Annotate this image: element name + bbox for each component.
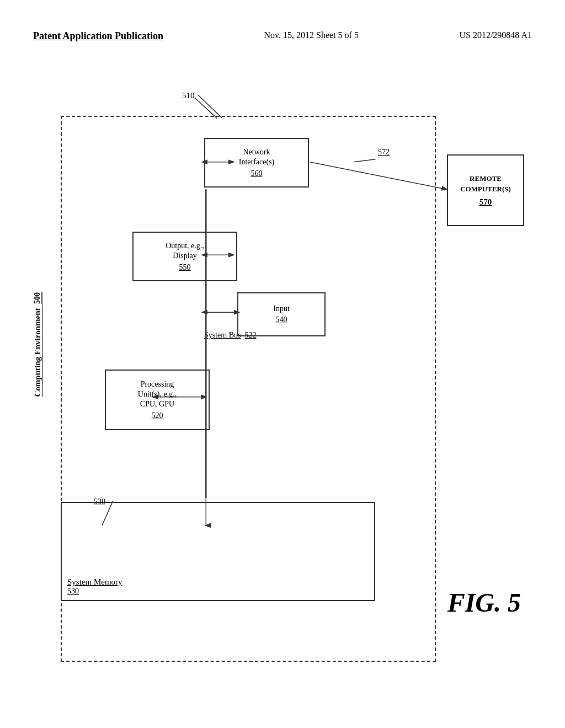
computing-environment-label: Computing Environment 500: [33, 292, 42, 397]
memory-label: System Memory: [67, 577, 122, 587]
figure-label: FIG. 5: [447, 587, 521, 618]
box-remote-computer: REMOTECOMPUTER(S) 570: [447, 154, 524, 226]
ref-572: 572: [378, 148, 390, 157]
memory-ref: 530: [67, 587, 79, 596]
system-bus-label: System Bus 522: [204, 331, 257, 340]
svg-line-0: [198, 95, 222, 119]
box-input: Input 540: [237, 292, 326, 336]
ref-510: 510: [182, 91, 195, 100]
remote-label: REMOTECOMPUTER(S): [460, 174, 511, 194]
diagram-area: Computing Environment 500 510 NetworkInt…: [33, 83, 532, 684]
sheet-info: Nov. 15, 2012 Sheet 5 of 5: [264, 30, 359, 40]
svg-line-10: [195, 98, 217, 119]
network-label: NetworkInterface(s): [239, 147, 275, 167]
output-label: Output, e.g.,Display: [166, 241, 204, 261]
processing-ref: 520: [152, 411, 163, 420]
box-network-interface: NetworkInterface(s) 560: [204, 138, 309, 188]
publication-label: Patent Application Publication: [33, 30, 163, 42]
input-label: Input: [273, 304, 290, 313]
remote-ref: 570: [479, 197, 492, 207]
output-ref: 550: [179, 263, 191, 272]
ref-530-label: 530: [94, 497, 105, 506]
input-ref: 540: [276, 315, 287, 324]
box-system-memory: System Memory 530: [61, 502, 375, 601]
network-ref: 560: [251, 169, 263, 178]
header: Patent Application Publication Nov. 15, …: [0, 30, 565, 42]
page: Patent Application Publication Nov. 15, …: [0, 0, 565, 728]
patent-number: US 2012/290848 A1: [459, 30, 532, 40]
processing-label: ProcessingUnit(s), e.g.,CPU, GPU: [138, 379, 177, 410]
box-output-display: Output, e.g.,Display 550: [132, 232, 237, 281]
box-processing-unit: ProcessingUnit(s), e.g.,CPU, GPU 520: [105, 370, 210, 430]
